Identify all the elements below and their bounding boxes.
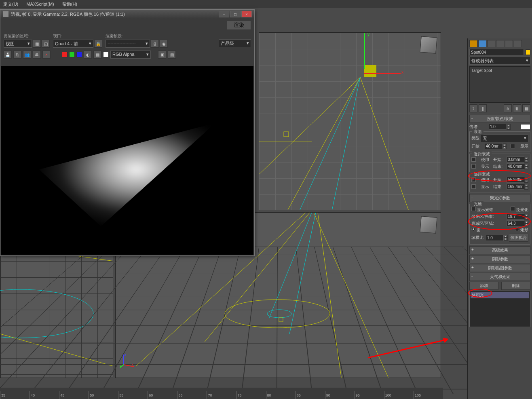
object-name-field[interactable] [469, 49, 524, 55]
effect-item-volume-light[interactable]: 体积光 [471, 292, 529, 298]
render-button[interactable]: 渲染 [227, 20, 251, 30]
clone-icon[interactable]: 👥 [23, 51, 31, 59]
rollout-intensity[interactable]: -强度/颜色/衰减 [469, 115, 530, 123]
tab-create-icon[interactable] [469, 40, 477, 47]
area-label: 要渲染的区域: [4, 33, 50, 39]
preset-setup-icon[interactable]: ◉ [160, 40, 168, 48]
viewport-label: 视口: [53, 33, 102, 39]
pin-stack-icon[interactable]: ⟟ [469, 104, 477, 112]
timeline-tick: 45 [59, 391, 89, 399]
render-area-dropdown[interactable]: 视图 [4, 40, 32, 48]
swatch-white[interactable] [103, 52, 109, 57]
near-use-checkbox[interactable] [471, 157, 476, 162]
show-cone-checkbox[interactable] [471, 207, 476, 211]
shape-circle-radio[interactable] [471, 227, 475, 231]
tab-display-icon[interactable] [505, 40, 513, 47]
viewport-dropdown[interactable]: Quad 4 - 前 [53, 40, 93, 48]
timeline[interactable]: 35404550556065707580859095100105 [0, 388, 443, 399]
near-show-label: 显示 [481, 164, 489, 169]
near-start-spinner[interactable]: ▴▾ [507, 156, 528, 163]
tab-utilities-icon[interactable] [514, 40, 522, 47]
remove-mod-icon[interactable]: 🗑 [513, 104, 521, 112]
timeline-tick: 85 [296, 391, 325, 399]
lock-icon[interactable]: 🔒 [94, 40, 102, 48]
hotspot-spinner[interactable]: ▴▾ [507, 213, 528, 220]
close-button[interactable]: × [241, 11, 252, 17]
channel-blue-icon[interactable] [76, 52, 82, 57]
add-effect-button[interactable]: 添加 [469, 282, 498, 290]
far-use-checkbox[interactable] [471, 177, 476, 182]
rollout-adv-effects[interactable]: +高级效果 [469, 246, 530, 254]
group-decay: 衰退 类型: 无 开始: ▴▾ 显示 [469, 131, 530, 152]
aspect-spinner[interactable]: ▴▾ [486, 235, 508, 241]
channel-green-icon[interactable] [69, 52, 75, 57]
save-icon[interactable]: 💾 [4, 51, 12, 59]
minimize-button[interactable]: – [219, 11, 229, 17]
preset-dropdown[interactable]: ------------------- [106, 40, 150, 48]
timeline-tick: 60 [148, 391, 177, 399]
far-show-checkbox[interactable] [471, 184, 476, 189]
falloff-spinner[interactable]: ▴▾ [507, 220, 528, 226]
delete-effect-button[interactable]: 删除 [501, 282, 530, 290]
tab-modify-icon[interactable] [478, 40, 486, 47]
maximize-button[interactable]: □ [230, 11, 241, 17]
toggle-b-icon[interactable]: ▤ [168, 51, 176, 59]
output-dropdown[interactable]: 产品级 [219, 39, 251, 47]
decay-type-dropdown[interactable]: 无 [481, 134, 528, 142]
print-icon[interactable]: 🖶 [33, 51, 41, 59]
rollout-atmosphere[interactable]: -大气和效果 [469, 273, 530, 281]
hotspot-label: 聚光区/光束: [471, 214, 494, 220]
decay-show-checkbox[interactable] [511, 144, 515, 148]
axis-x-label: x [401, 70, 403, 74]
region-icon[interactable]: ▦ [33, 40, 41, 48]
bitmap-fit-button[interactable]: 位图拟合 [509, 234, 528, 242]
menu-maxscript[interactable]: MAXScript(M) [26, 2, 54, 6]
viewcube[interactable] [420, 36, 437, 53]
svg-text:x: x [132, 363, 133, 366]
alpha-icon[interactable]: ◐ [84, 51, 92, 59]
overshoot-checkbox[interactable] [511, 207, 515, 211]
menu-help[interactable]: 帮助(H) [62, 1, 77, 7]
rollout-spotlight[interactable]: -聚光灯参数 [469, 194, 530, 202]
stack-item[interactable]: Target Spot [471, 68, 528, 73]
rendered-light-cone [39, 123, 216, 226]
timeline-tick: 55 [118, 391, 148, 399]
toggle-a-icon[interactable]: ▣ [158, 51, 166, 59]
far-start-spinner[interactable]: ▴▾ [507, 177, 528, 183]
viewcube[interactable] [420, 216, 437, 233]
configure-icon[interactable]: ▦ [522, 104, 530, 112]
menu-custom[interactable]: 定义(U) [3, 1, 18, 7]
light-source-gizmo[interactable] [364, 65, 376, 77]
multiplier-spinner[interactable]: ▴▾ [489, 124, 511, 130]
circle-label: 圆 [477, 228, 481, 232]
channel-red-icon[interactable] [62, 52, 68, 57]
atmosphere-effect-list[interactable]: 体积光 [469, 291, 530, 327]
near-end-spinner[interactable]: ▴▾ [507, 163, 528, 169]
timeline-ruler[interactable]: 35404550556065707580859095100105 [0, 391, 443, 399]
render-output-canvas[interactable] [1, 66, 253, 255]
modifier-stack[interactable]: Target Spot [469, 66, 530, 103]
decay-start-spinner[interactable]: ▴▾ [485, 143, 507, 149]
tab-motion-icon[interactable] [496, 40, 504, 47]
far-end-spinner[interactable]: ▴▾ [507, 184, 528, 190]
channel-dropdown[interactable]: RGB Alpha [110, 51, 151, 59]
light-color-swatch[interactable] [521, 124, 530, 130]
crop-icon[interactable]: ◱ [42, 40, 50, 48]
tab-hierarchy-icon[interactable] [487, 40, 495, 47]
object-color-swatch[interactable] [526, 49, 530, 55]
viewport-front[interactable]: y x [259, 32, 441, 210]
copy-icon[interactable]: ⎘ [13, 51, 21, 59]
show-result-icon[interactable]: ∥ [479, 104, 487, 112]
far-show-label: 显示 [481, 184, 489, 190]
rollout-shadow-params[interactable]: +阴影参数 [469, 255, 530, 263]
modifier-list-dropdown[interactable]: 修改器列表 [469, 57, 530, 65]
rollout-shadow-map[interactable]: +阴影贴图参数 [469, 264, 530, 272]
make-unique-icon[interactable]: ⋔ [504, 104, 512, 112]
near-end-label: 结束: [493, 164, 502, 169]
shape-rect-radio[interactable] [515, 227, 519, 231]
near-show-checkbox[interactable] [471, 164, 476, 169]
mono-icon[interactable]: ▦ [93, 51, 101, 59]
render-window-titlebar[interactable]: 透视, 帧 0, 显示 Gamma: 2.2, RGBA 颜色 16 位/通道 … [0, 10, 254, 19]
clear-icon[interactable]: × [42, 51, 51, 59]
preset-save-icon[interactable]: ⎙ [151, 40, 159, 48]
